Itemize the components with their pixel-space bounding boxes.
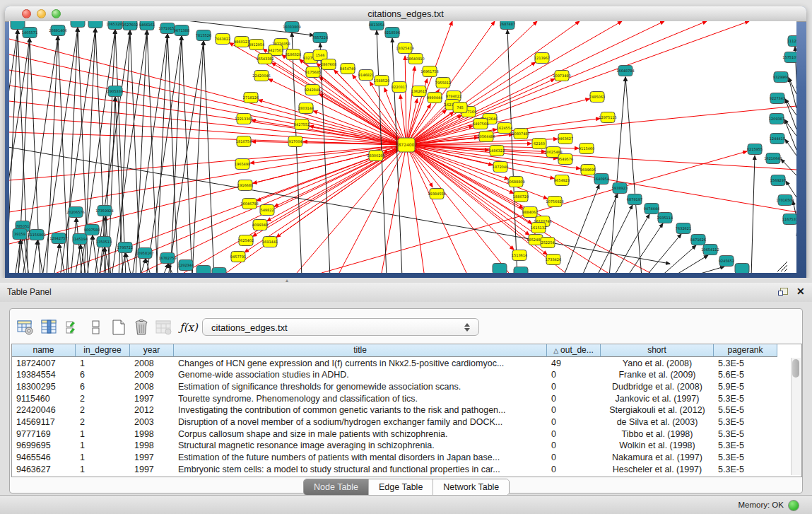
table-row[interactable]: 1830029562008Estimation of significance … — [12, 381, 777, 393]
network-node-label: 8186328 — [286, 52, 301, 57]
network-node-label: 9463627 — [558, 136, 573, 141]
network-canvas[interactable]: 1405571208914061065328715276029466161107… — [9, 21, 796, 273]
column-header-name[interactable]: name — [12, 344, 76, 357]
table-cell: 5.5E-5 — [714, 404, 777, 416]
network-node-label: 9884067 — [522, 210, 538, 214]
network-node-label: 6879197 — [627, 197, 642, 201]
network-edge — [9, 145, 406, 180]
network-edge — [405, 56, 406, 145]
table-cell: 5.3E-5 — [714, 440, 777, 452]
select-rows-button[interactable] — [64, 317, 83, 337]
column-header-in_degree[interactable]: in_degree — [76, 344, 130, 357]
select-column-button[interactable] — [40, 317, 59, 337]
network-node-label: 22420046 — [252, 74, 270, 78]
network-edge — [192, 41, 204, 273]
table-row[interactable]: 911546021997Tourette syndrome. Phenomeno… — [12, 393, 777, 405]
table-scrollbar[interactable] — [791, 358, 801, 475]
network-node[interactable] — [493, 264, 507, 274]
network-node-label: 1795722 — [117, 245, 133, 250]
network-node-label: 9146821 — [358, 73, 374, 77]
table-row[interactable]: 977716911998Corpus callosum shape and si… — [12, 428, 777, 440]
table-row[interactable]: 946554611997Estimation of the future num… — [12, 452, 777, 464]
table-cell: 6 — [76, 369, 130, 381]
network-node-label: 7663822 — [215, 37, 230, 41]
table-cell: 2009 — [130, 369, 174, 381]
column-header-out_de[interactable]: △out_de... — [547, 344, 601, 357]
column-header-year[interactable]: year — [130, 344, 174, 357]
network-node[interactable] — [196, 266, 211, 274]
network-node-label: 1640954 — [594, 177, 609, 181]
table-cell: Changes of HCN gene expression and I(f) … — [174, 358, 547, 370]
table-row[interactable]: 969969511998Structural magnetic resonanc… — [12, 440, 777, 452]
network-edge — [37, 240, 43, 273]
table-cell: 5.9E-5 — [714, 381, 777, 393]
network-node-label: 2935114 — [657, 216, 673, 220]
column-header-pagerank[interactable]: pagerank — [714, 344, 777, 357]
network-node[interactable] — [88, 21, 102, 28]
float-panel-icon[interactable] — [778, 288, 788, 297]
table-source-select[interactable]: citations_edges.txt — [202, 318, 479, 336]
new-table-button[interactable] — [109, 317, 129, 337]
table-cell: 18724007 — [12, 358, 76, 370]
table-scrollbar-thumb[interactable] — [792, 359, 799, 378]
network-node-label: 1513614 — [512, 253, 527, 257]
network-edge — [406, 21, 749, 145]
network-node[interactable] — [735, 264, 749, 274]
network-node-label: 9097588 — [84, 228, 100, 232]
split-rows-button[interactable] — [86, 317, 106, 337]
table-cell: 14569117 — [12, 416, 76, 428]
network-node-label: 10654112 — [701, 247, 719, 252]
network-node-label: 8813054 — [369, 23, 384, 27]
close-panel-icon[interactable]: ✕ — [796, 286, 805, 297]
network-edge — [32, 240, 37, 273]
table-row[interactable]: 1872400712008Changes of HCN gene express… — [12, 358, 777, 370]
table-cell: Yano et al. (2008) — [601, 358, 714, 370]
network-node-label: 1405571 — [22, 30, 37, 35]
network-node-label: 9242848 — [305, 88, 320, 92]
column-header-title[interactable]: title — [174, 344, 547, 357]
network-edge — [319, 94, 406, 145]
column-header-short[interactable]: short — [601, 344, 714, 357]
tab-node-table[interactable]: Node Table — [304, 479, 369, 495]
network-edge — [609, 77, 625, 273]
table-row[interactable]: 2242004622012Investigating the contribut… — [12, 404, 777, 416]
network-window-titlebar[interactable]: citations_edges.txt — [5, 6, 806, 22]
table-row[interactable]: 1938455462009Genome-wide association stu… — [12, 369, 777, 381]
network-node-label: 9466161 — [139, 23, 155, 27]
network-node-label: 1872040 — [493, 165, 508, 169]
network-node-label: 252254 — [541, 240, 554, 245]
table-settings-button[interactable] — [16, 317, 35, 337]
table-cell: 1 — [76, 440, 130, 452]
table-cell: 0 — [547, 416, 601, 428]
table-cell: 5.3E-5 — [714, 358, 777, 370]
table-cell: 5.6E-5 — [714, 369, 777, 381]
network-node-label: 16046798 — [240, 201, 258, 206]
network-node[interactable] — [71, 21, 85, 28]
network-edge — [156, 34, 167, 273]
tab-edge-table[interactable]: Edge Table — [369, 479, 433, 495]
network-node-label: 1167531 — [782, 217, 796, 221]
function-builder-button[interactable]: ƒ(x) — [177, 317, 201, 337]
network-node-label: 10807487 — [512, 132, 529, 136]
network-edge — [563, 185, 599, 273]
network-node-label: 7815526 — [196, 33, 211, 37]
panel-splitter[interactable]: ▴ — [0, 278, 812, 283]
network-node[interactable] — [514, 267, 528, 274]
tab-network-table[interactable]: Network Table — [433, 479, 509, 495]
network-node-label: 20564486 — [477, 134, 495, 139]
network-edge — [672, 255, 708, 273]
table-cell: 2 — [76, 404, 130, 416]
network-edge — [9, 145, 406, 212]
network-node-label: 20206576 — [66, 210, 84, 214]
network-node-label: 16961758 — [420, 69, 438, 74]
table-cell: Embryonic stem cells: a model to study s… — [174, 464, 547, 476]
network-edge — [751, 156, 755, 273]
delete-table-button[interactable] — [131, 317, 151, 337]
table-source-value: citations_edges.txt — [211, 322, 288, 333]
table-row[interactable]: 1456911722003Disruption of a novel membe… — [12, 416, 777, 428]
network-node[interactable] — [212, 268, 226, 274]
network-node-label: 10025488 — [544, 150, 562, 154]
table-cell: 5.3E-5 — [714, 416, 777, 428]
table-row[interactable]: 946362711997Embryonic stem cells: a mode… — [12, 464, 777, 476]
network-node-label: 7857224 — [312, 35, 328, 40]
